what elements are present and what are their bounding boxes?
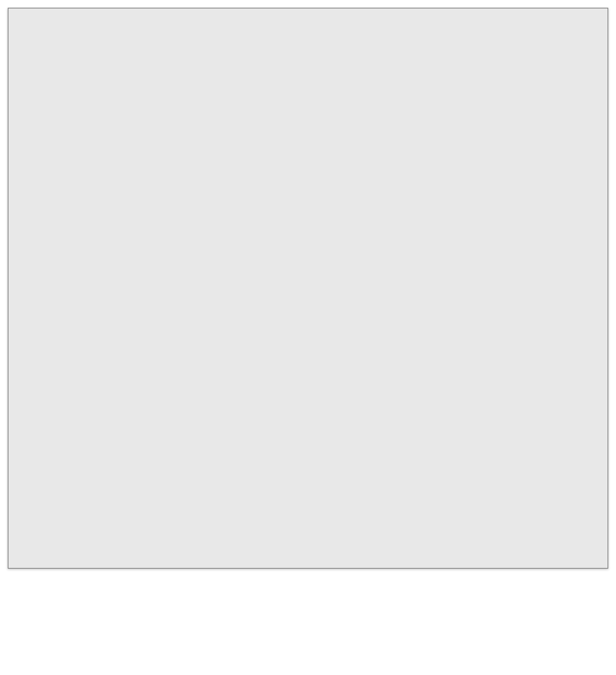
embedded-script-code bbox=[15, 41, 601, 562]
null-row bbox=[15, 30, 601, 41]
symbol-row bbox=[15, 19, 601, 30]
document-page bbox=[8, 8, 608, 569]
